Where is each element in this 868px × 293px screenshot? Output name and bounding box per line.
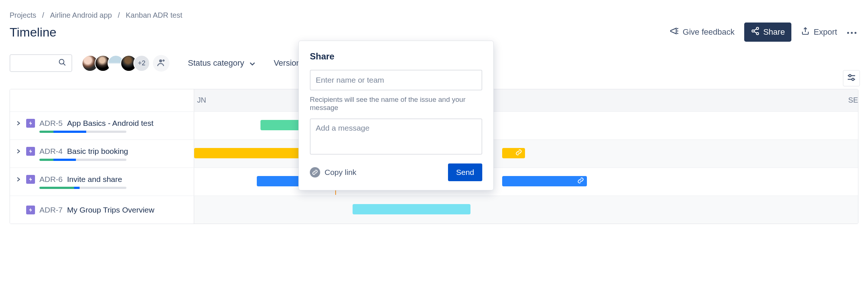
avatar-group: +2 <box>82 55 169 72</box>
copy-link-button[interactable]: Copy link <box>310 167 356 177</box>
expand-toggle[interactable] <box>15 149 22 154</box>
svg-point-0 <box>756 27 759 30</box>
month-label: SE <box>848 96 858 104</box>
search-icon <box>58 58 66 68</box>
epic-icon <box>26 147 35 156</box>
svg-point-3 <box>847 32 849 34</box>
breadcrumb-separator: / <box>118 11 120 20</box>
sliders-icon <box>847 74 856 83</box>
table-row[interactable]: ADR-7 My Group Trips Overview <box>10 196 858 224</box>
more-icon <box>847 27 857 37</box>
progress-bar <box>39 159 126 161</box>
give-feedback-button[interactable]: Give feedback <box>669 26 735 38</box>
search-input[interactable] <box>10 54 72 72</box>
epic-icon <box>26 175 35 184</box>
share-name-input[interactable] <box>310 70 482 90</box>
send-button[interactable]: Send <box>448 163 482 181</box>
share-icon <box>751 27 760 38</box>
share-button[interactable]: Share <box>744 23 792 42</box>
status-category-dropdown[interactable]: Status category <box>188 58 255 68</box>
gantt-bar[interactable] <box>502 176 587 186</box>
progress-bar <box>39 131 126 133</box>
give-feedback-label: Give feedback <box>683 27 735 37</box>
epic-icon <box>26 206 35 214</box>
share-popover: Share Recipients will see the name of th… <box>298 41 494 190</box>
month-label: JN <box>197 96 206 104</box>
gantt-bar[interactable] <box>502 148 525 158</box>
export-icon <box>801 27 810 38</box>
svg-point-7 <box>159 59 162 62</box>
breadcrumb-board[interactable]: Kanban ADR test <box>126 11 182 20</box>
issue-summary[interactable]: Invite and share <box>67 175 122 184</box>
expand-toggle[interactable] <box>15 177 22 182</box>
issue-summary[interactable]: My Group Trips Overview <box>67 206 154 214</box>
export-label: Export <box>813 27 837 37</box>
share-hint: Recipients will see the name of the issu… <box>310 96 482 112</box>
view-settings-button[interactable] <box>843 70 860 86</box>
breadcrumb-separator: / <box>42 11 44 20</box>
epic-icon <box>26 119 35 128</box>
issue-key[interactable]: ADR-4 <box>39 147 63 156</box>
megaphone-icon <box>669 26 679 38</box>
share-popover-title: Share <box>310 51 482 62</box>
svg-point-4 <box>851 32 853 34</box>
issue-key[interactable]: ADR-6 <box>39 175 63 184</box>
svg-point-9 <box>852 78 854 80</box>
copy-link-label: Copy link <box>325 168 356 177</box>
more-button[interactable] <box>847 27 857 37</box>
breadcrumb: Projects / Airline Android app / Kanban … <box>10 11 858 20</box>
issue-summary[interactable]: App Basics - Android test <box>67 119 154 128</box>
status-category-label: Status category <box>188 58 244 68</box>
link-icon <box>515 149 522 157</box>
issue-summary[interactable]: Basic trip booking <box>67 147 128 156</box>
breadcrumb-project[interactable]: Airline Android app <box>50 11 112 20</box>
link-icon <box>577 177 584 185</box>
svg-point-6 <box>59 59 64 64</box>
add-user-button[interactable] <box>153 55 169 72</box>
issue-key[interactable]: ADR-5 <box>39 119 63 128</box>
svg-point-2 <box>756 32 759 35</box>
share-message-textarea[interactable] <box>310 118 482 155</box>
svg-point-1 <box>752 30 754 32</box>
svg-point-8 <box>849 75 851 77</box>
link-icon <box>310 167 320 177</box>
avatar-overflow[interactable]: +2 <box>133 55 150 72</box>
progress-bar <box>39 187 126 189</box>
svg-point-5 <box>854 32 856 34</box>
gantt-bar[interactable] <box>353 204 470 214</box>
expand-toggle[interactable] <box>15 121 22 126</box>
share-label: Share <box>763 27 785 37</box>
issue-key[interactable]: ADR-7 <box>39 206 63 214</box>
export-button[interactable]: Export <box>801 27 837 38</box>
add-user-icon <box>157 58 166 68</box>
breadcrumb-projects[interactable]: Projects <box>10 11 36 20</box>
page-title: Timeline <box>10 25 56 39</box>
chevron-down-icon <box>249 58 255 68</box>
